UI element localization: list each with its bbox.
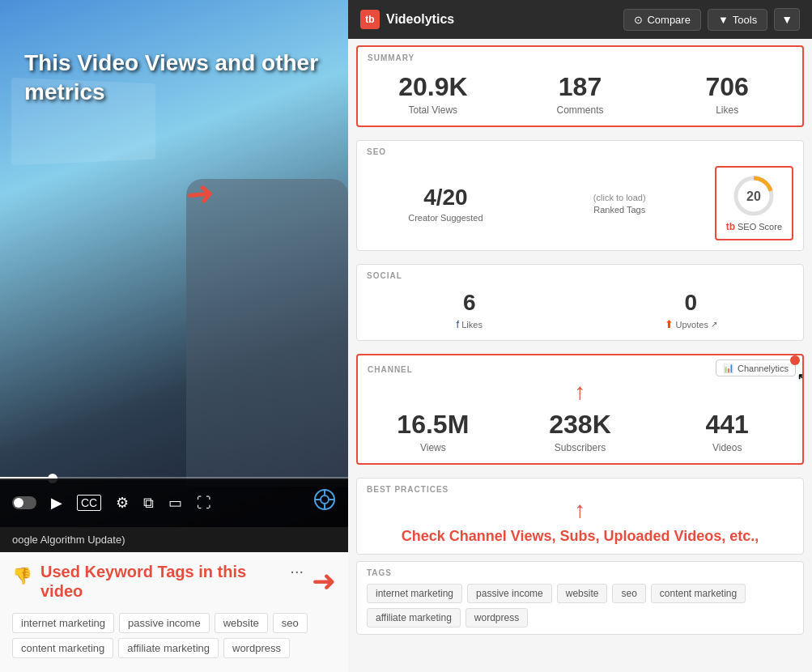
seo-label: SEO (357, 141, 803, 159)
videos-value: 441 (705, 410, 748, 440)
click-to-load: (click to load) (593, 193, 646, 202)
video-actions-row: 👎 Used Keyword Tags in this video ··· ➜ (12, 562, 336, 601)
overlay-arrow: ➜ (185, 173, 216, 215)
tag-pill-seo[interactable]: seo (612, 584, 645, 603)
bottom-section: 👎 Used Keyword Tags in this video ··· ➜ … (0, 552, 348, 672)
best-practices-label: BEST PRACTICES (357, 478, 803, 497)
upvotes-metric: 0 ⬆ Upvotes ↗ (589, 290, 794, 330)
compare-button[interactable]: ⊙ Compare (623, 9, 700, 31)
video-controls: ▶ CC ⚙ ⧉ ▭ ⛶ (0, 478, 348, 527)
fb-likes-value: 6 (463, 290, 476, 316)
tag-pill-content-marketing[interactable]: content marketing (651, 584, 746, 603)
right-panel: tb Videolytics ⊙ Compare ▼ Tools ▼ SUMMA… (348, 0, 812, 672)
tools-icon: ▼ (718, 14, 729, 26)
comments-label: Comments (557, 104, 604, 116)
tag-passive-income[interactable]: passive income (119, 613, 210, 633)
total-views-value: 20.9K (398, 72, 467, 102)
subscribers-metric: 238K Subscribers (515, 410, 646, 453)
tag-affiliate-marketing[interactable]: affiliate marketing (118, 638, 219, 658)
likes-metric: 706 Likes (661, 72, 793, 116)
notification-dot (790, 355, 800, 365)
more-options-button[interactable]: ··· (290, 562, 304, 581)
social-section: SOCIAL 6 f Likes 0 ⬆ Upvotes ↗ (356, 264, 804, 341)
left-panel: This Video Views and other metrics ➜ ▶ C… (0, 0, 348, 672)
videos-metric: 441 Videos (661, 410, 793, 453)
seo-section: SEO 4/20 Creator Suggested (click to loa… (356, 140, 804, 251)
best-practices-annotation: Check Channel Views, Subs, Uploaded Vide… (357, 523, 803, 554)
tags-list: internet marketing passive income websit… (367, 584, 793, 627)
total-views-label: Total Views (409, 104, 457, 116)
comments-value: 187 (559, 72, 602, 102)
summary-section: SUMMARY 20.9K Total Views 187 Comments 7… (356, 45, 804, 127)
seo-score-circle: 20 (732, 174, 776, 218)
brand-icon: tb (360, 10, 380, 29)
left-tags-area: internet marketing passive income websit… (12, 609, 336, 662)
subscribers-label: Subscribers (555, 442, 606, 453)
channelytics-button[interactable]: 📊 Channelytics (716, 359, 796, 376)
dropdown-button[interactable]: ▼ (774, 8, 800, 31)
tools-button[interactable]: ▼ Tools (708, 9, 767, 31)
header-buttons: ⊙ Compare ▼ Tools ▼ (623, 8, 800, 31)
channel-views-value: 16.5M (397, 410, 469, 440)
miniplayer-button[interactable]: ⧉ (143, 495, 154, 512)
toggle-control[interactable] (12, 496, 36, 509)
header: tb Videolytics ⊙ Compare ▼ Tools ▼ (348, 0, 812, 39)
subscribers-value: 238K (549, 410, 611, 440)
tag-website[interactable]: website (215, 613, 268, 633)
channel-views-metric: 16.5M Views (368, 410, 499, 453)
summary-label: SUMMARY (358, 47, 802, 66)
creator-suggested-value: 4/20 (423, 185, 468, 211)
play-button[interactable]: ▶ (51, 494, 62, 512)
likes-value: 706 (705, 72, 748, 102)
upvotes-value: 0 (684, 290, 697, 316)
social-label: SOCIAL (357, 265, 803, 283)
svg-text:20: 20 (746, 189, 761, 203)
seo-score-box[interactable]: 20 tb SEO Score (715, 166, 793, 240)
summary-metrics: 20.9K Total Views 187 Comments 706 Likes (358, 66, 802, 125)
videos-label: Videos (712, 442, 742, 453)
tracking-icon (313, 488, 336, 514)
tag-pill-passive-income[interactable]: passive income (467, 584, 552, 603)
reddit-icon: ⬆ (665, 318, 674, 330)
theater-button[interactable]: ▭ (168, 494, 182, 512)
channel-arrow-up: ↑ (358, 381, 802, 403)
brand-name: Videolytics (386, 12, 454, 27)
cursor-icon: ↖ (797, 368, 804, 388)
tag-pill-internet-marketing[interactable]: internet marketing (367, 584, 462, 603)
brand: tb Videolytics (360, 10, 454, 29)
settings-button[interactable]: ⚙ (116, 494, 129, 512)
creator-suggested-label: Creator Suggested (408, 213, 483, 223)
tag-pill-affiliate-marketing[interactable]: affiliate marketing (367, 608, 461, 627)
ranked-tags-label: Ranked Tags (593, 205, 645, 215)
channel-views-label: Views (420, 442, 446, 453)
likes-label: Likes (716, 104, 738, 116)
tag-content-marketing[interactable]: content marketing (12, 638, 113, 658)
tag-seo[interactable]: seo (273, 613, 308, 633)
compare-icon: ⊙ (634, 14, 643, 26)
video-title-bar: oogle Algorithm Update) (0, 527, 348, 552)
upvotes-label: ⬆ Upvotes ↗ (665, 318, 717, 330)
thumbs-down-icon[interactable]: 👎 (12, 566, 32, 585)
tag-internet-marketing[interactable]: internet marketing (12, 613, 114, 633)
keyword-arrow: ➜ (312, 564, 336, 598)
video-area: This Video Views and other metrics ➜ ▶ C… (0, 0, 348, 527)
cc-button[interactable]: CC (77, 495, 101, 511)
used-keywords-label: Used Keyword Tags in this video (40, 562, 282, 601)
comments-metric: 187 Comments (515, 72, 646, 116)
facebook-icon: f (457, 318, 460, 330)
fullscreen-button[interactable]: ⛶ (197, 495, 211, 512)
tag-wordpress[interactable]: wordpress (223, 638, 290, 658)
svg-point-1 (321, 495, 329, 504)
tags-section-label: TAGS (367, 568, 793, 577)
seo-metrics: 4/20 Creator Suggested (click to load) R… (357, 159, 803, 250)
channel-header: CHANNEL 📊 Channelytics ↖ (358, 355, 802, 381)
tb-icon: tb (726, 221, 735, 232)
video-title: oogle Algorithm Update) (12, 534, 125, 546)
fb-likes-label: f Likes (457, 318, 483, 330)
total-views-metric: 20.9K Total Views (368, 72, 499, 116)
channel-metrics: 16.5M Views 238K Subscribers 441 Videos (358, 403, 802, 463)
ranked-tags-metric[interactable]: (click to load) Ranked Tags (541, 193, 699, 215)
tag-pill-website[interactable]: website (557, 584, 608, 603)
tag-pill-wordpress[interactable]: wordpress (466, 608, 528, 627)
tags-section: TAGS internet marketing passive income w… (356, 561, 804, 635)
